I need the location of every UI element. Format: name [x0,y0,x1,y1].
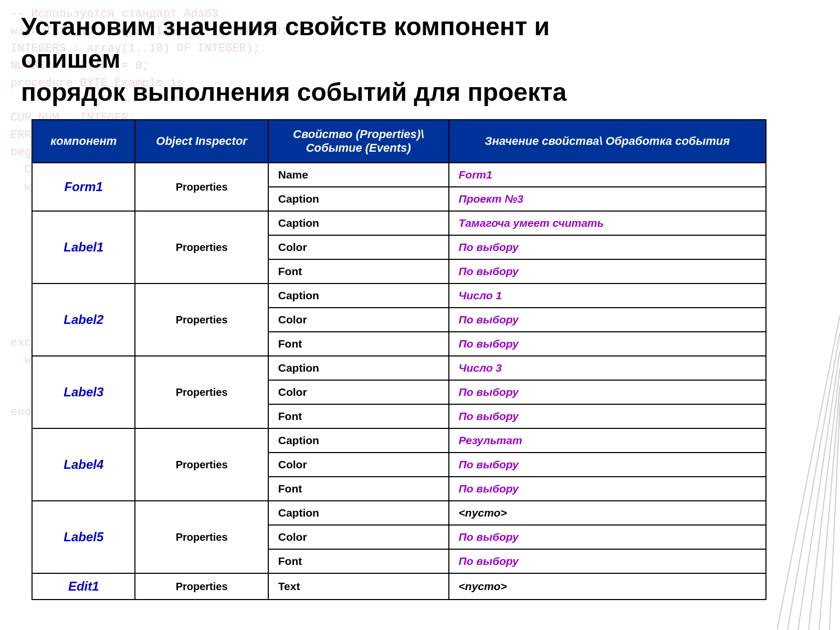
inspector-edit1: Properties [135,573,268,600]
value-label2-font: По выбору [449,332,766,356]
property-font: Font [268,332,449,356]
properties-table: компонент Object Inspector Свойство (Pro… [32,119,766,600]
inspector-form1: Properties [135,163,268,211]
corner-decoration [777,315,840,630]
table-row: Label1 Properties Caption Тамагоча умеет… [32,211,766,235]
component-label3: Label3 [32,356,135,428]
property-color: Color [268,453,449,477]
col-header-component: компонент [32,120,135,163]
inspector-label4: Properties [135,428,268,501]
value-label1-color: По выбору [449,235,766,259]
property-font: Font [268,549,449,573]
value-label1-caption: Тамагоча умеет считать [449,211,766,235]
table-row: Label3 Properties Caption Число 3 [32,356,766,380]
property-name: Name [268,163,449,187]
property-caption: Caption [268,211,449,235]
value-label5-font: По выбору [449,549,766,573]
component-label4: Label4 [32,428,135,501]
property-font: Font [268,259,449,284]
inspector-label1: Properties [135,211,268,284]
component-label2: Label2 [32,284,135,356]
component-label1: Label1 [32,211,135,284]
value-label4-color: По выбору [449,453,766,477]
property-caption: Caption [268,501,449,525]
component-form1: Form1 [32,163,135,211]
component-edit1: Edit1 [32,573,135,600]
table-row: Label5 Properties Caption <пусто> [32,501,766,525]
value-label5-caption: <пусто> [449,501,766,525]
page-title: Установим значения свойств компонент и о… [21,10,598,109]
value-edit1-text: <пусто> [449,573,766,600]
value-form1-name: Form1 [449,163,766,187]
value-label1-font: По выбору [449,259,766,284]
table-row: Label2 Properties Caption Число 1 [32,284,766,308]
value-label2-color: По выбору [449,308,766,332]
property-caption: Caption [268,187,449,211]
property-caption: Caption [268,284,449,308]
value-label3-caption: Число 3 [449,356,766,380]
col-header-value: Значение свойства\ Обработка события [449,120,766,163]
value-label4-caption: Результат [449,428,766,453]
inspector-label5: Properties [135,501,268,573]
property-color: Color [268,525,449,549]
property-caption: Caption [268,356,449,380]
svg-line-0 [777,315,840,630]
value-label2-caption: Число 1 [449,284,766,308]
property-color: Color [268,380,449,404]
value-label4-font: По выбору [449,477,766,501]
property-font: Font [268,477,449,501]
table-row: Form1 Properties Name Form1 [32,163,766,187]
component-label5: Label5 [32,501,135,573]
property-caption: Caption [268,428,449,453]
main-content: Установим значения свойств компонент и о… [0,0,840,611]
inspector-label3: Properties [135,356,268,428]
col-header-property: Свойство (Properties)\Событие (Events) [268,120,449,163]
table-row: Label4 Properties Caption Результат [32,428,766,453]
inspector-label2: Properties [135,284,268,356]
property-font: Font [268,404,449,428]
property-text: Text [268,573,449,600]
value-form1-caption: Проект №3 [449,187,766,211]
value-label3-color: По выбору [449,380,766,404]
value-label5-color: По выбору [449,525,766,549]
table-row: Edit1 Properties Text <пусто> [32,573,766,600]
col-header-inspector: Object Inspector [135,120,268,163]
property-color: Color [268,308,449,332]
svg-line-2 [798,350,840,630]
property-color: Color [268,235,449,259]
svg-line-5 [830,403,840,630]
value-label3-font: По выбору [449,404,766,428]
